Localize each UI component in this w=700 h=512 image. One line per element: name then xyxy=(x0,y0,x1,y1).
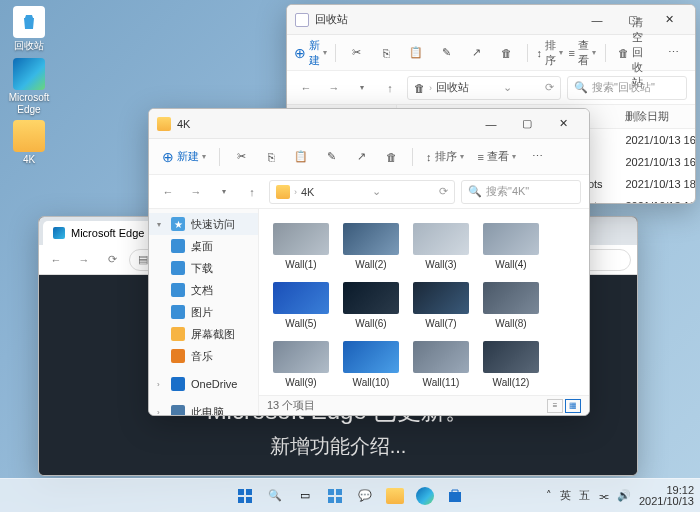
minimize-button[interactable]: ― xyxy=(473,110,509,138)
sidebar-item-pictures[interactable]: 图片 xyxy=(149,301,258,323)
sidebar-item-screenshots[interactable]: 屏幕截图 xyxy=(149,323,258,345)
up-button[interactable]: ↑ xyxy=(241,181,263,203)
share-button[interactable]: ↗ xyxy=(348,144,374,170)
explorer-search[interactable]: 🔍 搜索"4K" xyxy=(461,180,581,204)
sidebar-group-cloud[interactable]: ›OneDrive xyxy=(149,373,258,395)
thumbnail[interactable]: Wall(8) xyxy=(483,282,539,329)
sidebar-group-pc[interactable]: ›此电脑 xyxy=(149,401,258,415)
ime-lang[interactable]: 英 xyxy=(560,488,571,503)
edge-forward-button[interactable]: → xyxy=(73,249,95,271)
refresh-icon[interactable]: ⟳ xyxy=(439,185,448,198)
desktop-icon-4k[interactable]: 4K xyxy=(6,120,52,166)
thumbnail[interactable]: Wall(11) xyxy=(413,341,469,388)
store-taskbar-button[interactable] xyxy=(442,483,468,509)
volume-icon[interactable]: 🔊 xyxy=(617,489,631,502)
view-button[interactable]: ≡查看▾ xyxy=(473,144,521,170)
cloud-icon xyxy=(171,377,185,391)
breadcrumb[interactable]: › 4K ⌄ ⟳ xyxy=(269,180,455,204)
edge-tab[interactable]: Microsoft Edge xyxy=(43,221,154,245)
new-button[interactable]: ⊕新建▾ xyxy=(295,40,327,66)
view-button[interactable]: ≡查看▾ xyxy=(568,40,597,66)
thumbnail-image xyxy=(273,282,329,314)
recent-button[interactable]: ▾ xyxy=(213,181,235,203)
thumbnail[interactable]: Wall(1) xyxy=(273,223,329,270)
ime-mode[interactable]: 五 xyxy=(579,488,590,503)
copy-button[interactable]: ⎘ xyxy=(258,144,284,170)
network-icon[interactable]: ⫘ xyxy=(598,490,609,502)
sidebar-item-music[interactable]: 音乐 xyxy=(149,345,258,367)
recycle-bin-icon: 🗑 xyxy=(414,82,425,94)
more-button[interactable]: ⋯ xyxy=(661,40,687,66)
empty-recycle-button[interactable]: 🗑清空回收站 xyxy=(613,40,657,66)
svg-rect-1 xyxy=(246,489,252,495)
view-thumbs-button[interactable]: ▦ xyxy=(565,399,581,413)
explorer-window[interactable]: 4K ― ▢ ✕ ⊕新建▾ ✂ ⎘ 📋 ✎ ↗ 🗑 ↕排序▾ ≡查看▾ ⋯ ← … xyxy=(148,108,590,416)
svg-rect-0 xyxy=(238,489,244,495)
lock-icon: ▤ xyxy=(138,253,148,266)
view-details-button[interactable]: ≡ xyxy=(547,399,563,413)
explorer-taskbar-button[interactable] xyxy=(382,483,408,509)
thumbnail[interactable]: Wall(5) xyxy=(273,282,329,329)
sidebar-item-downloads[interactable]: 下载 xyxy=(149,257,258,279)
task-view-button[interactable]: ▭ xyxy=(292,483,318,509)
recycle-search[interactable]: 🔍 搜索"回收站" xyxy=(567,76,687,100)
cut-button[interactable]: ✂ xyxy=(343,40,369,66)
forward-button[interactable]: → xyxy=(185,181,207,203)
thumbnail[interactable]: Wall(9) xyxy=(273,341,329,388)
thumbnail[interactable]: Wall(12) xyxy=(483,341,539,388)
rename-button[interactable]: ✎ xyxy=(433,40,459,66)
chat-button[interactable]: 💬 xyxy=(352,483,378,509)
cut-button[interactable]: ✂ xyxy=(228,144,254,170)
start-button[interactable] xyxy=(232,483,258,509)
sidebar-item-documents[interactable]: 文档 xyxy=(149,279,258,301)
refresh-icon[interactable]: ⟳ xyxy=(545,81,554,94)
thumbnail[interactable]: Wall(7) xyxy=(413,282,469,329)
thumbnail-image xyxy=(483,223,539,255)
edge-back-button[interactable]: ← xyxy=(45,249,67,271)
thumbnail[interactable]: Wall(3) xyxy=(413,223,469,270)
search-button[interactable]: 🔍 xyxy=(262,483,288,509)
paste-button[interactable]: 📋 xyxy=(403,40,429,66)
rename-button[interactable]: ✎ xyxy=(318,144,344,170)
close-button[interactable]: ✕ xyxy=(545,110,581,138)
chevron-down-icon[interactable]: ⌄ xyxy=(503,81,512,94)
close-button[interactable]: ✕ xyxy=(651,6,687,34)
breadcrumb[interactable]: 🗑› 回收站 ⌄ ⟳ xyxy=(407,76,561,100)
back-button[interactable]: ← xyxy=(157,181,179,203)
minimize-button[interactable]: ― xyxy=(579,6,615,34)
share-button[interactable]: ↗ xyxy=(463,40,489,66)
thumbnail[interactable]: Wall(4) xyxy=(483,223,539,270)
paste-button[interactable]: 📋 xyxy=(288,144,314,170)
taskbar-tray[interactable]: ˄ 英 五 ⫘ 🔊 19:12 2021/10/13 xyxy=(546,483,694,509)
explorer-content[interactable]: Wall(1)Wall(2)Wall(3)Wall(4)Wall(5)Wall(… xyxy=(259,209,589,415)
thumbnail[interactable]: Wall(2) xyxy=(343,223,399,270)
maximize-button[interactable]: ▢ xyxy=(509,110,545,138)
delete-button[interactable]: 🗑 xyxy=(493,40,519,66)
more-button[interactable]: ⋯ xyxy=(525,144,551,170)
tray-chevron[interactable]: ˄ xyxy=(546,483,552,509)
up-button[interactable]: ↑ xyxy=(379,77,401,99)
chevron-down-icon[interactable]: ⌄ xyxy=(372,185,381,198)
delete-button[interactable]: 🗑 xyxy=(378,144,404,170)
edge-refresh-button[interactable]: ⟳ xyxy=(101,249,123,271)
explorer-titlebar[interactable]: 4K ― ▢ ✕ xyxy=(149,109,589,139)
edge-taskbar-button[interactable] xyxy=(412,483,438,509)
clock[interactable]: 19:12 2021/10/13 xyxy=(639,485,694,507)
back-button[interactable]: ← xyxy=(295,77,317,99)
thumbnail-image xyxy=(343,282,399,314)
sort-button[interactable]: ↕排序▾ xyxy=(536,40,564,66)
new-button[interactable]: ⊕新建▾ xyxy=(157,144,211,170)
sidebar-quick-access[interactable]: ▾ ★ 快速访问 xyxy=(149,213,258,235)
taskbar[interactable]: 🔍 ▭ 💬 ˄ 英 五 ⫘ 🔊 19:12 2021/10/13 xyxy=(0,478,700,512)
thumbnail[interactable]: Wall(6) xyxy=(343,282,399,329)
forward-button[interactable]: → xyxy=(323,77,345,99)
sort-button[interactable]: ↕排序▾ xyxy=(421,144,469,170)
copy-button[interactable]: ⎘ xyxy=(373,40,399,66)
desktop-icon-recycle[interactable]: 回收站 xyxy=(6,6,52,52)
sidebar-item-desktop[interactable]: 桌面 xyxy=(149,235,258,257)
recent-button[interactable]: ▾ xyxy=(351,77,373,99)
thumbnail-image xyxy=(413,282,469,314)
desktop-icon-edge[interactable]: Microsoft Edge xyxy=(6,58,52,116)
widgets-button[interactable] xyxy=(322,483,348,509)
thumbnail[interactable]: Wall(10) xyxy=(343,341,399,388)
